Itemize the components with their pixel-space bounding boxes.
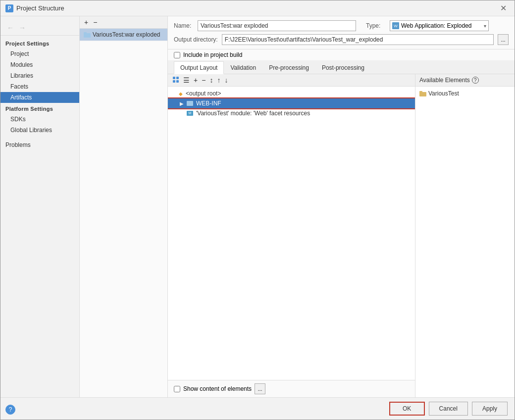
dialog-title: Project Structure	[16, 4, 64, 12]
detail-pane: Name: Type: W Web Application: Exploded …	[168, 16, 515, 397]
help-button[interactable]: ?	[5, 405, 15, 415]
available-item-varioustest[interactable]: VariousTest	[415, 89, 515, 98]
available-elements-label: Available Elements	[419, 77, 470, 84]
sidebar-item-sdks[interactable]: SDKs	[0, 114, 79, 125]
move-up-button[interactable]: ↑	[215, 76, 222, 84]
sidebar-item-project[interactable]: Project	[0, 48, 79, 59]
output-tree-toolbar: ☰ + − ↕ ↑	[168, 74, 415, 87]
sidebar-item-modules[interactable]: Modules	[0, 59, 79, 70]
svg-rect-2	[173, 80, 175, 83]
sidebar: ← → Project Settings Project Modules Lib…	[0, 16, 80, 397]
include-in-project-build-checkbox[interactable]	[174, 52, 180, 58]
extract-button[interactable]	[171, 76, 181, 85]
svg-rect-1	[176, 77, 179, 79]
move-down-button[interactable]: ↓	[223, 76, 229, 84]
show-folders-button[interactable]: ☰	[182, 76, 191, 84]
sidebar-item-global-libraries[interactable]: Global Libraries	[0, 125, 79, 136]
available-elements-header: Available Elements ?	[415, 74, 515, 87]
svg-rect-3	[176, 80, 179, 83]
content-area: + − VariousTest:war exploded	[80, 16, 515, 397]
output-directory-input[interactable]	[222, 34, 494, 45]
available-folder-icon	[419, 91, 426, 96]
web-app-icon: W	[392, 22, 399, 29]
web-inf-folder-icon	[187, 100, 193, 106]
nav-arrows: ← →	[0, 20, 79, 36]
artifact-list-toolbar: + −	[80, 16, 167, 29]
tab-pre-processing[interactable]: Pre-processing	[262, 61, 315, 74]
artifact-list-pane: + − VariousTest:war exploded	[80, 16, 168, 397]
footer: OK Cancel Apply	[0, 397, 515, 420]
sidebar-item-artifacts[interactable]: Artifacts	[0, 92, 79, 103]
nav-forward-button[interactable]: →	[17, 23, 27, 32]
tab-post-processing[interactable]: Post-processing	[315, 61, 371, 74]
diamond-icon: ◆	[179, 91, 183, 96]
name-label: Name:	[174, 22, 194, 29]
title-bar: P Project Structure ✕	[0, 0, 515, 16]
artifact-folder-icon	[84, 32, 91, 38]
sidebar-item-libraries[interactable]: Libraries	[0, 70, 79, 81]
type-select[interactable]: W Web Application: Exploded ▾	[390, 20, 489, 31]
tab-validation[interactable]: Validation	[224, 61, 262, 74]
output-add-button[interactable]: +	[192, 76, 199, 84]
sort-ascending-button[interactable]: ↕	[208, 76, 214, 84]
artifact-list: VariousTest:war exploded	[80, 29, 167, 397]
project-structure-dialog: P Project Structure ✕ ← → Project Settin…	[0, 0, 515, 420]
type-label: Type:	[366, 22, 386, 29]
svg-rect-0	[173, 77, 175, 79]
apply-button[interactable]: Apply	[472, 402, 508, 416]
output-row: Output directory: ...	[174, 34, 509, 45]
title-bar-left: P Project Structure	[5, 4, 64, 12]
show-content-label: Show content of elements	[183, 385, 252, 392]
add-artifact-button[interactable]: +	[83, 18, 90, 26]
browse-output-button[interactable]: ...	[498, 34, 509, 45]
type-select-text: Web Application: Exploded	[401, 22, 482, 29]
app-icon: P	[5, 4, 13, 12]
project-settings-label: Project Settings	[0, 38, 79, 48]
tabs-bar: Output Layout Validation Pre-processing …	[168, 61, 515, 74]
tree-item-module-resources[interactable]: M 'VariousTest' module: 'Web' facet reso…	[168, 108, 415, 118]
output-area: ☰ + − ↕ ↑	[168, 74, 515, 397]
output-tree-pane: ☰ + − ↕ ↑	[168, 74, 415, 397]
available-elements-help-icon[interactable]: ?	[472, 77, 479, 84]
tree-arrow-expand-icon: ▶	[180, 101, 185, 106]
main-content: ← → Project Settings Project Modules Lib…	[0, 16, 515, 397]
right-panel: + − VariousTest:war exploded	[80, 16, 515, 397]
remove-artifact-button[interactable]: −	[92, 18, 99, 26]
output-label: Output directory:	[174, 36, 218, 43]
tree-item-output-root[interactable]: ◆ <output root>	[168, 89, 415, 98]
include-in-build-row: Include in project build	[168, 49, 515, 61]
include-in-project-build-label: Include in project build	[183, 51, 242, 58]
available-pane: Available Elements ? VariousTest	[415, 74, 515, 397]
output-remove-button[interactable]: −	[200, 76, 207, 84]
show-content-options-button[interactable]: ...	[255, 383, 265, 394]
tab-output-layout[interactable]: Output Layout	[174, 61, 224, 74]
tree-item-web-inf[interactable]: ▶ WEB-INF	[168, 98, 415, 108]
sidebar-item-facets[interactable]: Facets	[0, 81, 79, 92]
available-content: VariousTest	[415, 87, 515, 397]
type-select-arrow-icon: ▾	[484, 23, 486, 29]
artifact-list-item[interactable]: VariousTest:war exploded	[80, 29, 167, 41]
platform-settings-label: Platform Settings	[0, 103, 79, 114]
module-icon: M	[187, 111, 193, 116]
show-content-checkbox[interactable]	[174, 386, 180, 392]
nav-back-button[interactable]: ←	[5, 23, 15, 32]
name-row: Name: Type: W Web Application: Exploded …	[174, 20, 509, 31]
cancel-button[interactable]: Cancel	[429, 402, 468, 416]
bottom-bar: Show content of elements ...	[168, 380, 415, 397]
output-tree-content: ◆ <output root> ▶ WEB-INF	[168, 87, 415, 380]
close-button[interactable]: ✕	[497, 3, 510, 13]
name-input[interactable]	[198, 20, 356, 31]
detail-header: Name: Type: W Web Application: Exploded …	[168, 16, 515, 49]
ok-button[interactable]: OK	[389, 402, 425, 416]
sidebar-item-problems[interactable]: Problems	[0, 140, 79, 150]
